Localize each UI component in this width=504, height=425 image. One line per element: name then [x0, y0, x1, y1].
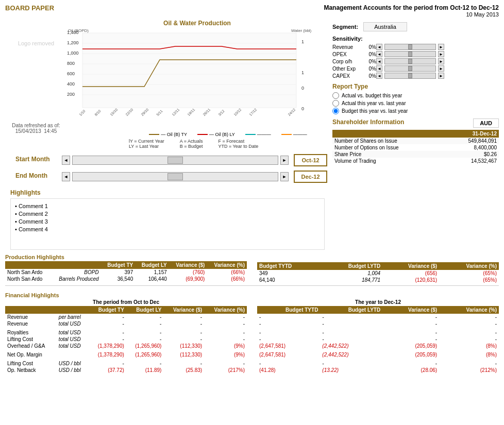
- fin-op-netback: Op. Netback USD / bbl (37.72) (11.89) (2…: [5, 367, 247, 373]
- financial-table-right: Budget TYTD Budget LYTD Variance ($) Var…: [257, 306, 499, 373]
- fin-revenue-per-bbl: Revenue per barrel ----: [5, 314, 247, 320]
- radio-budget-vs-lastyear[interactable]: Budget this year vs. last year: [332, 108, 499, 114]
- mgmt-title: Management Accounts for the period from …: [324, 4, 499, 18]
- radio-actual-vs-lastyear[interactable]: Actual this year vs. last year: [332, 100, 499, 107]
- prod-col-variance-s-r: Variance ($): [382, 262, 439, 270]
- svg-text:1,000: 1,000: [67, 50, 79, 56]
- financial-right: The year to Dec-12 Budget TYTD Budget LY…: [257, 299, 499, 373]
- sens-revenue-right[interactable]: ►: [438, 44, 444, 50]
- fin-royalties: Royalties total USD ----: [5, 329, 247, 336]
- fin-opnetback-label: Op. Netback: [5, 367, 57, 373]
- production-left: Production Highlights Budget TY Budget L…: [5, 254, 247, 283]
- sens-capex-right[interactable]: ►: [438, 73, 444, 79]
- sens-opex-left[interactable]: ◄: [376, 51, 382, 57]
- fin-revenue-sub: per barrel: [57, 314, 89, 320]
- sh-volume-row: Volume of Trading 14,532,467: [332, 158, 499, 164]
- svg-text:0: 0: [301, 86, 304, 91]
- logo-placeholder: Logo removed: [5, 40, 67, 46]
- highlights-box[interactable]: • Comment 1 • Comment 2 • Comment 3 • Co…: [10, 198, 325, 250]
- sh-price-value: $0.26: [445, 151, 499, 158]
- fin-lh-var-p: Variance (%): [204, 306, 247, 314]
- prod-tytd-1: 349: [257, 270, 320, 277]
- data-refresh: Data refreshed as of:15/04/2013 14:45: [5, 123, 67, 134]
- fin-opnetback-vs: (25.83): [163, 367, 204, 373]
- sens-other-right[interactable]: ►: [438, 65, 444, 72]
- prod-budget-ly-2: 106,440: [135, 276, 169, 282]
- start-month-right-arrow[interactable]: ►: [280, 156, 289, 165]
- svg-text:400: 400: [67, 81, 75, 87]
- svg-rect-13: [82, 33, 296, 108]
- sh-volume-value: 14,532,467: [445, 158, 499, 164]
- segment-label: Segment:: [332, 24, 358, 30]
- end-month-left-arrow[interactable]: ◄: [62, 172, 70, 181]
- fin-r-overhead: (2,647,581) (2,442,522) (205,059) (8%): [257, 343, 499, 349]
- fin-lh-budget-ty: Budget TY: [89, 306, 126, 314]
- fin-netmargin-label: Net Op. Margin: [5, 351, 57, 358]
- end-month-value: Dec-12: [294, 171, 327, 183]
- sens-revenue-label: Revenue: [332, 44, 363, 50]
- fin-r-lifting: ----: [257, 336, 499, 343]
- sens-capex-slider[interactable]: [384, 73, 436, 79]
- svg-text:22/10: 22/10: [125, 108, 133, 116]
- sensitivity-section: Sensitivity: Revenue 0% ◄ ► OPEX 0% ◄ ► …: [332, 36, 499, 79]
- prod-col-variance-s: Variance ($): [169, 261, 207, 269]
- fin-lifting-sub: total USD: [57, 336, 89, 343]
- chart-legend: — Oil (B) TY — Oil (B) LY ——— ———: [129, 132, 327, 137]
- radio-actual-vs-budget[interactable]: Actual vs. budget this year: [332, 92, 499, 99]
- sh-options-value: 8,400,000: [445, 144, 499, 151]
- fin-r-opnetback-vp: (212%): [439, 367, 499, 373]
- sh-shares-label: Number of Shares on Issue: [332, 138, 445, 144]
- fin-r-netmargin-tytd: (2,647,581): [257, 351, 320, 358]
- prod-rvar-s-1: (656): [382, 270, 439, 277]
- prod-var-s-2: (69,900): [169, 276, 207, 282]
- fin-r-op-netback: (41.28) (13.22) (28.06) (212%): [257, 367, 499, 373]
- radio-actual-lastyear-label: Actual this year vs. last year: [342, 100, 406, 106]
- financial-left: The period from Oct to Dec Budget TY Bud…: [5, 299, 247, 373]
- sens-other-slider[interactable]: [384, 65, 436, 72]
- start-month-slider[interactable]: [72, 156, 278, 165]
- sens-other-left[interactable]: ◄: [376, 65, 382, 72]
- fin-royalties-label: Royalties: [5, 329, 57, 336]
- end-month-control: End Month ◄ ► Dec-12: [15, 168, 327, 185]
- fin-net-margin: Net Op. Margin (1,378,290) (1,265,960) (…: [5, 351, 247, 358]
- legend-oil-ty: — Oil (B) TY: [161, 132, 187, 137]
- sh-date-header: 31-Dec-12: [332, 130, 499, 138]
- fin-r-netmargin-vs: (205,059): [382, 351, 439, 358]
- sens-opex-label: OPEX: [332, 52, 363, 57]
- svg-text:3/12: 3/12: [217, 109, 225, 117]
- prod-col-company: [5, 261, 51, 269]
- chart-notes: lY = Current YearLY = Last Year A = Actu…: [129, 139, 327, 149]
- highlight-2: • Comment 2: [15, 211, 320, 217]
- sens-corp-right[interactable]: ►: [438, 58, 444, 64]
- sens-revenue-slider[interactable]: [384, 44, 436, 50]
- sens-opex-right[interactable]: ►: [438, 51, 444, 57]
- fin-r-net-margin: (2,647,581) (2,442,522) (205,059) (8%): [257, 351, 499, 358]
- fin-netmargin-sub: [57, 351, 89, 358]
- sens-capex-left[interactable]: ◄: [376, 73, 382, 79]
- prod-rvar-p-1: (65%): [439, 270, 499, 277]
- highlight-1: • Comment 1: [15, 203, 320, 209]
- fin-overhead-vs: (112,330): [163, 343, 204, 349]
- sens-corp-slider[interactable]: [384, 58, 436, 64]
- radio-actual-lastyear-input[interactable]: [332, 100, 339, 107]
- svg-text:1,200: 1,200: [67, 40, 79, 45]
- radio-actual-budget-input[interactable]: [332, 92, 339, 99]
- fin-overhead-sub: total USD: [57, 343, 89, 349]
- svg-text:17/12: 17/12: [248, 108, 257, 116]
- end-month-slider[interactable]: [72, 172, 278, 181]
- svg-text:Water (bbl): Water (bbl): [291, 28, 312, 33]
- fin-r-netmargin-vp: (8%): [439, 351, 499, 358]
- fin-netmargin-vp: (9%): [204, 351, 247, 358]
- sens-revenue-left[interactable]: ◄: [376, 44, 382, 50]
- end-month-right-arrow[interactable]: ►: [280, 172, 289, 181]
- fin-netmargin-bty: (1,378,290): [89, 351, 126, 358]
- sens-corp-left[interactable]: ◄: [376, 58, 382, 64]
- fin-lifting-label: Lifting Cost: [5, 336, 57, 343]
- board-paper-title: BOARD PAPER: [5, 4, 54, 12]
- fin-overhead-bly: (1,265,960): [126, 343, 164, 349]
- financial-table-left: Budget TY Budget LY Variance ($) Varianc…: [5, 306, 247, 373]
- sens-opex-slider[interactable]: [384, 51, 436, 57]
- sensitivity-revenue: Revenue 0% ◄ ►: [332, 44, 499, 50]
- radio-budget-lastyear-input[interactable]: [332, 108, 339, 114]
- start-month-left-arrow[interactable]: ◄: [62, 156, 70, 165]
